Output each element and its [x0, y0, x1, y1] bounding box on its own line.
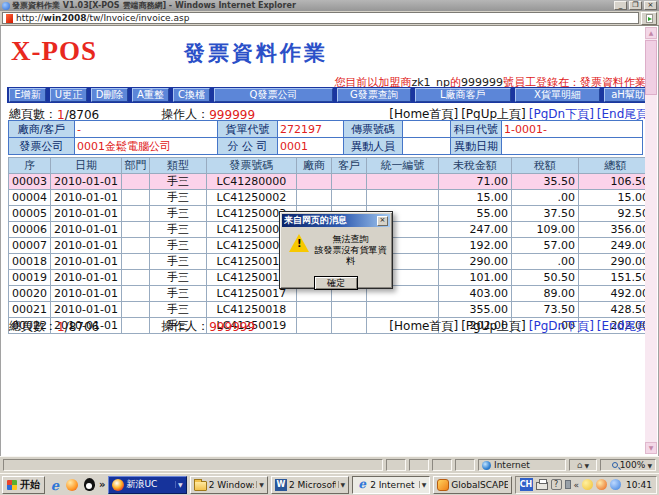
menu-button-update[interactable]: U更正: [50, 88, 87, 102]
start-label: 开始: [20, 478, 40, 492]
start-button[interactable]: 开始: [2, 476, 45, 494]
tray-icon-yellow[interactable]: [582, 479, 593, 490]
table-cell-10: 492.00: [578, 286, 652, 302]
taskbar: 开始 新浪UC▼2 Windows Ex...▼2 Microsoft ...▼…: [0, 473, 659, 495]
taskbar-button-folder[interactable]: 2 Windows Ex...▼: [190, 476, 268, 494]
menu-button-switch[interactable]: C換檔: [173, 88, 210, 102]
menu-button-invoice-company[interactable]: Q發票公司: [214, 88, 333, 102]
table-cell-2: [121, 302, 149, 318]
table-cell-10: 290.00: [578, 254, 652, 270]
column-header-3: 類型: [149, 158, 206, 174]
table-row[interactable]: 000032010-01-01 手三LC41280000 71.0035.501…: [9, 174, 653, 190]
close-button[interactable]: ×: [644, 1, 657, 10]
table-cell-1: 2010-01-01: [51, 238, 122, 254]
restore-button[interactable]: ❐: [629, 1, 642, 10]
scroll-down-arrow[interactable]: ▼: [645, 442, 657, 454]
language-indicator[interactable]: CH: [520, 478, 533, 491]
system-tray: CH 10:41: [515, 476, 657, 494]
table-cell-8: 290.00: [438, 254, 511, 270]
dropdown-arrow-icon[interactable]: ▼: [256, 481, 264, 488]
form-label-branch: 分 公 司: [218, 138, 278, 155]
form-value-modified-by[interactable]: [403, 138, 451, 155]
form-value-account-code[interactable]: 1-0001-: [502, 121, 643, 138]
taskbar-button-sina-uc[interactable]: 新浪UC▼: [108, 476, 186, 494]
form-value-doc-code[interactable]: 272197: [278, 121, 344, 138]
scroll-thumb[interactable]: [645, 40, 657, 95]
quicklaunch-overflow-chevron[interactable]: [99, 479, 105, 490]
table-cell-6: [331, 174, 366, 190]
dialog-close-button[interactable]: ×: [377, 216, 388, 226]
tray-chevron-icon[interactable]: [574, 480, 580, 490]
go-button[interactable]: [641, 12, 657, 25]
dropdown-arrow-icon[interactable]: ▼: [338, 481, 346, 488]
table-cell-3: 手三: [149, 254, 206, 270]
form-value-invoice-company[interactable]: 0001金鬆電腦公司: [75, 138, 218, 155]
form-value-vendor-customer[interactable]: -: [75, 121, 218, 138]
tray-small-icon[interactable]: [565, 480, 571, 489]
column-header-1: 日期: [51, 158, 122, 174]
dialog-message-line1: 無法查詢: [314, 234, 387, 245]
status-segment: [432, 459, 452, 471]
quicklaunch-ie-icon[interactable]: [48, 478, 62, 492]
table-cell-10: 356.00: [578, 222, 652, 238]
tray-icon-blue[interactable]: [610, 479, 621, 490]
table-row[interactable]: 000212010-01-01 手三LC41250018 355.0073.50…: [9, 302, 653, 318]
table-cell-10: 428.50: [578, 302, 652, 318]
table-cell-2: [121, 286, 149, 302]
ok-button[interactable]: 確定: [314, 276, 358, 290]
dropdown-arrow-icon[interactable]: ▼: [175, 481, 183, 488]
column-header-9: 稅額: [511, 158, 578, 174]
xpos-logo: X-POS: [11, 36, 97, 67]
taskbar-button-ie[interactable]: 2 Internet E...▼: [352, 476, 430, 494]
menu-button-invoice-query[interactable]: G發票查詢: [337, 88, 411, 102]
table-row[interactable]: 000042010-01-01 手三LC41250002 15.00.0015.…: [9, 190, 653, 206]
table-cell-9: 50.50: [511, 270, 578, 286]
quick-launch-bar: [48, 478, 96, 492]
table-cell-1: 2010-01-01: [51, 286, 122, 302]
table-cell-2: [121, 270, 149, 286]
protected-mode-segment[interactable]: ⌂ ▼: [569, 459, 597, 471]
menu-button-detail[interactable]: X貨單明細: [515, 88, 600, 102]
column-header-10: 總額: [578, 158, 652, 174]
status-message-segment: [3, 459, 383, 471]
menu-bar: E增新U更正D刪除A重整C換檔Q發票公司G發票查詢L廠商客戶X貨單明細aH幫助: [7, 87, 654, 103]
table-cell-8: 355.00: [438, 302, 511, 318]
tray-icon-orange[interactable]: [596, 479, 607, 490]
address-input[interactable]: http://win2008/tw/Invoice/invoice.asp: [2, 12, 639, 24]
form-value-voucher-no[interactable]: [403, 121, 451, 138]
table-cell-2: [121, 174, 149, 190]
menu-button-refresh[interactable]: A重整: [132, 88, 169, 102]
pager-nav-bottom: [Home首頁][PgUp上頁][PgDn下頁][End尾頁]: [389, 318, 653, 335]
dialog-message: 無法查詢 該發票沒有貨單資料: [314, 233, 387, 267]
quicklaunch-uc-icon[interactable]: [65, 478, 79, 492]
nav-pgdn-link-bottom[interactable]: [PgDn下頁]: [529, 318, 594, 335]
taskbar-button-label: 2 Microsoft ...: [289, 480, 336, 490]
taskbar-button-globalscape[interactable]: GlobalSCAPE ...: [433, 476, 511, 494]
table-cell-10: 106.50: [578, 174, 652, 190]
quicklaunch-qq-icon[interactable]: [82, 478, 96, 492]
help-icon[interactable]: [551, 479, 562, 490]
page-scrollbar[interactable]: ▲ ▼: [645, 27, 657, 454]
status-segment: [386, 459, 406, 471]
table-cell-6: [331, 190, 366, 206]
dropdown-arrow-icon[interactable]: ▼: [419, 481, 427, 488]
minimize-button[interactable]: _: [614, 1, 627, 10]
table-cell-10: 249.00: [578, 238, 652, 254]
magnifier-icon: [612, 462, 618, 468]
form-value-modified-date[interactable]: [502, 138, 643, 155]
task-button-area: 新浪UC▼2 Windows Ex...▼2 Microsoft ...▼2 I…: [108, 476, 511, 494]
address-url: http://win2008/tw/Invoice/invoice.asp: [16, 13, 189, 23]
zoom-segment[interactable]: 100% ▼: [600, 459, 656, 471]
taskbar-button-word[interactable]: 2 Microsoft ...▼: [271, 476, 349, 494]
table-cell-3: 手三: [149, 190, 206, 206]
table-cell-3: 手三: [149, 222, 206, 238]
menu-button-vendor-customer[interactable]: L廠商客戶: [415, 88, 511, 102]
form-value-branch[interactable]: 0001: [278, 138, 344, 155]
printer-icon[interactable]: [536, 482, 548, 490]
globalscape-icon: [437, 479, 449, 491]
scroll-up-arrow[interactable]: ▲: [645, 27, 657, 39]
column-header-0: 序: [9, 158, 51, 174]
table-cell-10: 151.50: [578, 270, 652, 286]
menu-button-add[interactable]: E增新: [9, 88, 46, 102]
menu-button-delete[interactable]: D刪除: [91, 88, 128, 102]
